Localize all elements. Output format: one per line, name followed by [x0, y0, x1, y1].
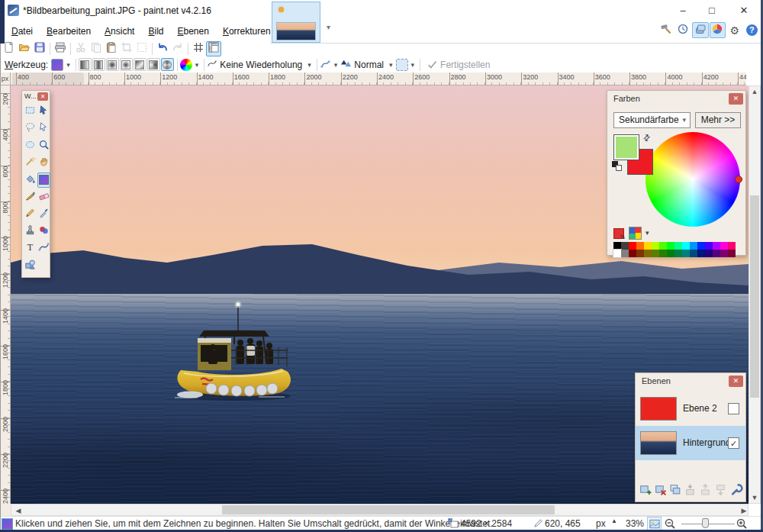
- palette-swatch[interactable]: [682, 250, 690, 257]
- layers-window-header[interactable]: Ebenen ✕: [636, 373, 745, 390]
- menu-ansicht[interactable]: Ansicht: [98, 23, 141, 40]
- colors-window-close-icon[interactable]: ✕: [729, 93, 743, 105]
- finish-button[interactable]: Fertigstellen: [423, 60, 490, 70]
- deselect-button[interactable]: [134, 41, 150, 56]
- tool-clone-stamp[interactable]: [24, 224, 37, 239]
- palette-swatch[interactable]: [674, 250, 682, 257]
- horizontal-scrollbar[interactable]: ◀ ▶: [11, 504, 749, 516]
- cut-button[interactable]: [73, 41, 89, 56]
- gradient-shape-radial[interactable]: [106, 58, 119, 71]
- gradient-shape-linear-reflected[interactable]: [134, 58, 146, 71]
- color-target-select[interactable]: Sekundärfarbe▾: [613, 112, 691, 128]
- unit-caret-icon[interactable]: ▲: [611, 517, 617, 524]
- menu-bild[interactable]: Bild: [141, 23, 170, 40]
- repeat-mode-value[interactable]: Keine Wiederholung: [217, 60, 304, 70]
- add-layer-button[interactable]: [639, 483, 652, 498]
- open-button[interactable]: [17, 41, 32, 56]
- palette-swatch[interactable]: [690, 250, 697, 257]
- scroll-down-icon[interactable]: ▼: [749, 494, 760, 501]
- palette-swatch[interactable]: [629, 242, 636, 250]
- palette-swatch[interactable]: [621, 250, 629, 257]
- settings-toggle-button[interactable]: ⚙: [726, 22, 743, 38]
- close-button[interactable]: ✕: [731, 3, 757, 18]
- palette-swatch[interactable]: [705, 242, 713, 250]
- scroll-right-icon[interactable]: ▶: [739, 507, 749, 514]
- vertical-scroll-thumb[interactable]: [750, 195, 759, 398]
- merge-down-button[interactable]: [684, 483, 697, 498]
- layers-window-close-icon[interactable]: ✕: [729, 376, 743, 387]
- palette-swatch[interactable]: [697, 250, 705, 257]
- menu-ebenen[interactable]: Ebenen: [171, 23, 216, 40]
- palette-swatch[interactable]: [674, 242, 682, 250]
- gradient-shape-linear[interactable]: [79, 58, 92, 71]
- duplicate-layer-button[interactable]: [669, 483, 682, 498]
- colors-window-header[interactable]: Farben ✕: [607, 91, 745, 108]
- copy-button[interactable]: [89, 41, 104, 56]
- gradient-shape-conical[interactable]: [147, 58, 160, 71]
- colors-toggle-button[interactable]: [710, 22, 726, 38]
- tool-dropdown-caret-icon[interactable]: ▾: [63, 61, 73, 69]
- palette-swatch[interactable]: [713, 242, 720, 250]
- palette-swatch[interactable]: [720, 242, 728, 250]
- history-toggle-button[interactable]: [675, 22, 692, 38]
- palette-swatch[interactable]: [720, 250, 728, 257]
- menu-bearbeiten[interactable]: Bearbeiten: [40, 23, 98, 40]
- tool-eraser[interactable]: [37, 189, 50, 205]
- palette-swatch[interactable]: [659, 250, 667, 257]
- antialias-caret-icon[interactable]: ▾: [331, 61, 341, 69]
- palette-swatch[interactable]: [636, 250, 644, 257]
- palette-swatch[interactable]: [667, 242, 674, 250]
- tool-shapes[interactable]: [24, 258, 37, 273]
- swap-colors-icon[interactable]: ⇄: [641, 132, 653, 144]
- tool-line-curve[interactable]: [37, 240, 50, 256]
- image-list-chevron-icon[interactable]: ▾: [327, 23, 330, 31]
- tool-pan[interactable]: [37, 155, 50, 170]
- palette-swatch[interactable]: [728, 242, 736, 250]
- menu-korrekturen[interactable]: Korrekturen: [216, 23, 278, 40]
- zoom-to-window-button[interactable]: [647, 517, 662, 530]
- layer-row-ebene-2[interactable]: Ebene 2: [636, 392, 745, 426]
- palette-swatch[interactable]: [621, 242, 629, 250]
- antialias-icon[interactable]: [320, 58, 331, 72]
- color-wheel-marker[interactable]: [735, 176, 742, 183]
- palette-swatch[interactable]: [659, 242, 667, 250]
- canvas-image[interactable]: W... ✕ T Farben ✕ Sekundärfarbe▾ Mehr >>…: [11, 85, 749, 504]
- gradient-color-mode-icon[interactable]: [180, 59, 192, 71]
- repeat-caret-icon[interactable]: ▾: [304, 61, 314, 69]
- tool-pencil[interactable]: [24, 206, 37, 221]
- palette-swatch[interactable]: [652, 250, 659, 257]
- maximize-button[interactable]: □: [699, 3, 725, 18]
- tools-window-close-icon[interactable]: ✕: [37, 92, 48, 101]
- properties-button[interactable]: [730, 483, 743, 498]
- gradient-shape-spiral[interactable]: [161, 58, 174, 71]
- grid-button[interactable]: [191, 41, 206, 56]
- tool-text[interactable]: T: [24, 240, 37, 256]
- palette-swatch[interactable]: [629, 250, 636, 257]
- image-tab[interactable]: [272, 2, 320, 43]
- palette-swatch[interactable]: [697, 242, 705, 250]
- layer-visibility-checkbox[interactable]: [728, 403, 739, 414]
- print-button[interactable]: [53, 41, 68, 56]
- tool-zoom[interactable]: [37, 138, 50, 153]
- tool-paint-bucket[interactable]: [24, 172, 37, 188]
- color-mode-caret-icon[interactable]: ▾: [192, 61, 202, 69]
- palette-swatch[interactable]: [713, 250, 720, 257]
- palette-swatch[interactable]: [705, 250, 713, 257]
- color-wheel[interactable]: [645, 132, 740, 227]
- palette-swatch[interactable]: [682, 242, 690, 250]
- scroll-left-icon[interactable]: ◀: [13, 507, 24, 514]
- palette-swatch[interactable]: [652, 242, 659, 250]
- minimize-button[interactable]: –: [670, 3, 696, 18]
- add-color-to-palette-icon[interactable]: [613, 228, 624, 239]
- tool-gradient[interactable]: [37, 172, 50, 188]
- tool-magic-wand[interactable]: [24, 155, 37, 170]
- tool-color-picker[interactable]: [37, 206, 50, 221]
- gradient-shape-box[interactable]: [120, 58, 133, 71]
- tool-paintbrush[interactable]: [24, 189, 37, 205]
- palette-swatch[interactable]: [613, 242, 621, 250]
- horizontal-scroll-thumb[interactable]: [222, 505, 555, 514]
- rulers-button[interactable]: [206, 41, 221, 56]
- palette-swatch[interactable]: [644, 242, 652, 250]
- tool-rectangle-select[interactable]: [24, 104, 37, 119]
- palette-caret-icon[interactable]: ▾: [645, 229, 649, 237]
